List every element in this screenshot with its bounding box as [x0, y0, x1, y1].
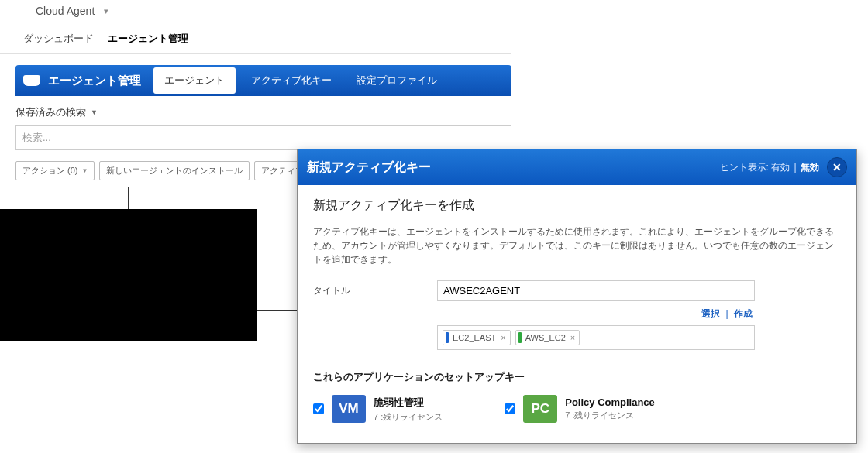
close-button[interactable]: ✕ — [827, 157, 847, 177]
select-link[interactable]: 選択 — [701, 308, 720, 319]
callout-box — [0, 209, 257, 341]
search-placeholder: 検索... — [22, 132, 51, 143]
app-selector-label: Cloud Agent — [36, 5, 95, 17]
pc-icon: PC — [523, 395, 557, 423]
actions-dropdown-button[interactable]: アクション (0) ▼ — [16, 161, 95, 180]
title-row: タイトル — [313, 280, 841, 301]
modal-heading: 新規アクティブ化キーを作成 — [313, 197, 841, 214]
app-selector[interactable]: Cloud Agent ▾ — [0, 0, 512, 22]
hint-toggle[interactable]: ヒント表示: 有効 | 無効 — [720, 161, 820, 174]
subtab-agent[interactable]: エージェント — [153, 67, 236, 94]
management-bar: エージェント管理 エージェント アクティブ化キー 設定プロファイル — [16, 65, 512, 96]
subtab-config-profile[interactable]: 設定プロファイル — [346, 67, 448, 94]
saved-search-label: 保存済みの検索 — [16, 105, 86, 119]
close-icon: ✕ — [832, 161, 842, 173]
subtab-activation-key[interactable]: アクティブ化キー — [240, 67, 343, 94]
tab-dashboard[interactable]: ダッシュボード — [23, 32, 94, 46]
vm-license-remaining: 7 :残りライセンス — [374, 411, 443, 423]
tag-color-icon — [518, 332, 522, 343]
modal-body: 新規アクティブ化キーを作成 アクティブ化キーは、エージェントをインストールするた… — [298, 185, 856, 435]
hint-label: ヒント表示: — [720, 162, 769, 173]
install-new-agent-button[interactable]: 新しいエージェントのインストール — [99, 161, 250, 180]
title-label: タイトル — [313, 284, 437, 297]
saved-search-dropdown[interactable]: 保存済みの検索 ▼ — [16, 105, 852, 119]
pc-name: Policy Compliance — [565, 396, 655, 408]
apps-heading: これらのアプリケーションのセットアップキー — [313, 370, 841, 384]
modal-description: アクティブ化キーは、エージェントをインストールするために使用されます。これにより… — [313, 225, 841, 266]
modal-title: 新規アクティブ化キー — [307, 160, 720, 176]
title-input[interactable] — [437, 280, 755, 301]
chevron-down-icon: ▼ — [82, 167, 88, 174]
chevron-down-icon: ▾ — [104, 6, 108, 16]
hint-off: 無効 — [801, 162, 819, 173]
tag-ec2-east[interactable]: EC2_EAST × — [443, 330, 511, 345]
tags-input[interactable]: EC2_EAST × AWS_EC2 × — [437, 325, 755, 350]
apps-row: VM 脆弱性管理 7 :残りライセンス PC Policy Compliance… — [313, 395, 841, 423]
tab-agent-management[interactable]: エージェント管理 — [108, 32, 188, 46]
connector-line — [257, 310, 298, 311]
pc-license-remaining: 7 :残りライセンス — [565, 410, 655, 421]
modal-header: 新規アクティブ化キー ヒント表示: 有効 | 無効 ✕ — [298, 149, 856, 185]
create-link[interactable]: 作成 — [734, 308, 753, 319]
tag-label: AWS_EC2 — [525, 333, 566, 342]
remove-tag-icon[interactable]: × — [501, 333, 505, 342]
new-activation-key-modal: 新規アクティブ化キー ヒント表示: 有効 | 無効 ✕ 新規アクティブ化キーを作… — [297, 149, 857, 444]
agent-icon — [23, 75, 40, 86]
tag-label: EC2_EAST — [453, 333, 496, 342]
connector-line — [128, 187, 129, 209]
actions-label: アクション (0) — [22, 165, 78, 177]
vm-name: 脆弱性管理 — [374, 396, 443, 410]
app-vm: VM 脆弱性管理 7 :残りライセンス — [313, 395, 443, 423]
tag-aws-ec2[interactable]: AWS_EC2 × — [515, 330, 580, 345]
select-create-links: 選択 | 作成 — [313, 307, 841, 321]
app-pc: PC Policy Compliance 7 :残りライセンス — [505, 395, 655, 423]
hint-on: 有効 — [771, 162, 790, 173]
vm-checkbox[interactable] — [313, 403, 324, 414]
tag-color-icon — [446, 332, 449, 343]
vm-icon: VM — [332, 395, 366, 423]
remove-tag-icon[interactable]: × — [570, 333, 575, 342]
nav-tabs: ダッシュボード エージェント管理 — [0, 22, 512, 54]
chevron-down-icon: ▼ — [91, 108, 98, 116]
pc-checkbox[interactable] — [505, 403, 515, 414]
search-input[interactable]: 検索... — [16, 125, 512, 150]
management-title: エージェント管理 — [48, 74, 141, 88]
